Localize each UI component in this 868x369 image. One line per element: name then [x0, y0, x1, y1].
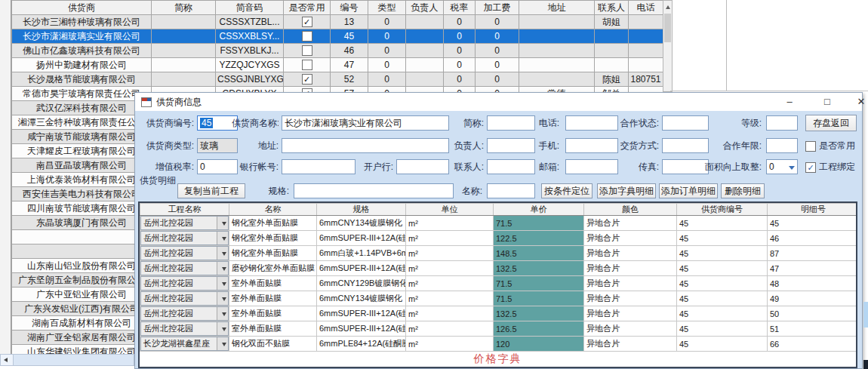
scroll-left-button[interactable]	[1, 355, 14, 365]
supplier-cell[interactable]	[12, 230, 152, 244]
common-use-cell[interactable]	[284, 44, 331, 58]
detail-cell[interactable]: 室外单面贴膜	[229, 291, 317, 306]
supplier-cell[interactable]: 13	[331, 15, 368, 29]
detail-cell[interactable]: m²	[406, 246, 494, 261]
supplier-cell[interactable]	[595, 44, 629, 58]
supplier-cell[interactable]: 0	[444, 15, 476, 29]
supplier-cell[interactable]: 湖南百成新材料有限公司	[12, 316, 152, 331]
detail-column-header[interactable]: 工程名称	[140, 204, 229, 216]
supplier-cell[interactable]	[629, 58, 663, 72]
supplier-cell[interactable]	[406, 15, 444, 29]
detail-cell[interactable]: m²	[406, 337, 494, 352]
email-input[interactable]	[565, 159, 618, 174]
detail-cell[interactable]: m²	[406, 231, 494, 246]
combo-dropdown-button[interactable]	[217, 292, 228, 305]
project-bind-checkbox[interactable]: 工程绑定	[805, 159, 855, 174]
supplier-cell[interactable]	[152, 58, 216, 72]
bank-account-input[interactable]	[282, 159, 356, 174]
detail-cell[interactable]: 120	[494, 337, 584, 352]
project-name-combo[interactable]: 岳州北控花园	[140, 216, 229, 231]
supplier-column-header[interactable]: 税率	[444, 1, 476, 15]
detail-cell[interactable]: 异地合片	[584, 216, 677, 231]
detail-cell[interactable]: m²	[406, 321, 494, 337]
supplier-cell[interactable]	[629, 44, 663, 58]
detail-cell[interactable]: 6mmSUPER-III+12A(硅...	[317, 261, 406, 276]
combo-dropdown-button[interactable]	[217, 322, 228, 335]
supplier-cell[interactable]: 扬州中勤建材有限公司	[12, 58, 152, 72]
detail-cell[interactable]: m²	[406, 306, 494, 321]
detail-cell[interactable]: 45	[677, 261, 768, 276]
detail-cell[interactable]: 6mmPLE84+12A(硅酮胶...	[317, 337, 406, 352]
unchecked-checkbox-icon[interactable]	[302, 60, 312, 70]
detail-row[interactable]: 长沙龙湖祺鑫星座钢化双面不贴膜6mmPLE84+12A(硅酮胶...m²120异…	[140, 337, 858, 352]
supplier-cell[interactable]: 天津耀皮工程玻璃有限公司	[12, 144, 152, 158]
project-name-combo[interactable]: 长沙龙湖祺鑫星座	[140, 337, 229, 352]
supplier-column-header[interactable]: 简音码	[216, 1, 284, 15]
supplier-column-header[interactable]: 地址	[519, 1, 595, 15]
supplier-row[interactable]: 长沙晟格节能玻璃有限公司CSSGJNBLYXGS52000陈姐180751	[12, 72, 663, 87]
detail-cell[interactable]: 6mmCNY129B镀膜钢化	[317, 276, 406, 291]
detail-cell[interactable]: 66	[768, 337, 858, 352]
project-name-combo[interactable]: 岳州北控花园	[140, 321, 229, 337]
supplier-cell[interactable]: 0	[444, 58, 476, 72]
combo-dropdown-button[interactable]	[217, 262, 228, 275]
detail-cell[interactable]: 异地合片	[584, 261, 677, 276]
detail-cell[interactable]: 异地合片	[584, 291, 677, 306]
supplier-cell[interactable]: 0	[476, 72, 519, 87]
delivery-input[interactable]	[662, 138, 709, 153]
scrollbar-thumb[interactable]	[664, 14, 671, 42]
supplier-cell[interactable]: 长沙市三湘特种玻璃有限公司	[12, 15, 152, 29]
detail-cell[interactable]: 45	[677, 276, 768, 291]
detail-cell[interactable]: 71.5	[494, 216, 584, 231]
supplier-cell[interactable]	[519, 15, 595, 29]
project-name-combo[interactable]: 岳州北控花园	[140, 231, 229, 246]
detail-column-header[interactable]: 颜色	[584, 204, 677, 216]
detail-cell[interactable]: 71.5	[494, 276, 584, 291]
detail-cell[interactable]: 45	[677, 291, 768, 306]
detail-cell[interactable]: m²	[406, 276, 494, 291]
detail-cell[interactable]: m²	[406, 291, 494, 306]
supplier-cell[interactable]: 广东中亚铝业有限公司	[12, 288, 152, 302]
contact-input[interactable]	[487, 159, 535, 174]
detail-cell[interactable]: 45	[677, 337, 768, 352]
detail-column-header[interactable]: 供货商编号	[677, 204, 768, 216]
supplier-cell[interactable]: 180751	[629, 72, 663, 87]
unchecked-checkbox-icon[interactable]	[302, 45, 312, 56]
supplier-column-header[interactable]: 简称	[152, 1, 216, 15]
supplier-cell[interactable]: 0	[444, 72, 476, 87]
supplier-row[interactable]: 佛山市亿鑫玻璃科技有限公司FSSYXBLKJ...46000	[12, 44, 663, 58]
supplier-name-input[interactable]: 长沙市潇湘玻璃实业有限公司	[282, 115, 449, 131]
detail-cell[interactable]: 6mmCNY134镀膜钢化	[317, 216, 406, 231]
detail-cell[interactable]: 132.5	[494, 261, 584, 276]
checked-checkbox-icon[interactable]	[302, 17, 312, 27]
supplier-cell[interactable]	[152, 29, 216, 44]
supplier-cell[interactable]: 陈姐	[595, 72, 629, 87]
horizontal-scrollbar[interactable]	[0, 354, 134, 366]
detail-cell[interactable]: 50	[768, 306, 858, 321]
supplier-cell[interactable]: 咸宁南玻节能玻璃有限公司	[12, 130, 152, 144]
detail-cell[interactable]: 148.5	[494, 246, 584, 261]
project-name-combo[interactable]: 岳州北控花园	[140, 246, 229, 261]
detail-cell[interactable]: 49	[768, 291, 858, 306]
detail-cell[interactable]: 异地合片	[584, 246, 677, 261]
detail-column-header[interactable]: 名称	[229, 204, 317, 216]
project-name-combo[interactable]: 岳州北控花园	[140, 276, 229, 291]
spec-filter-input[interactable]	[294, 183, 454, 198]
add-order-detail-button[interactable]: 添加订单明细	[659, 183, 718, 198]
coop-status-input[interactable]	[662, 115, 709, 131]
detail-row[interactable]: 岳州北控花园室外单面贴膜6mmCNY129B镀膜钢化m²71.5异地合片4548	[140, 276, 858, 291]
combo-dropdown-button[interactable]	[217, 247, 228, 260]
copy-current-project-button[interactable]: 复制当前工程	[177, 183, 245, 198]
detail-column-header[interactable]: 规格	[317, 204, 406, 216]
supplier-cell[interactable]	[519, 44, 595, 58]
detail-cell[interactable]: m²	[406, 216, 494, 231]
supplier-cell[interactable]: 52	[331, 72, 368, 87]
detail-column-header[interactable]: 单价	[494, 204, 584, 216]
dialog-titlebar[interactable]: 供货商信息 – □ ✕	[135, 93, 862, 111]
grade-input[interactable]	[766, 115, 798, 131]
detail-cell[interactable]: 122.5	[494, 231, 584, 246]
detail-cell[interactable]: 异地合片	[584, 276, 677, 291]
supplier-cell[interactable]: 0	[368, 72, 406, 87]
manager-input[interactable]	[487, 138, 535, 153]
supplier-cell[interactable]: 0	[476, 58, 519, 72]
